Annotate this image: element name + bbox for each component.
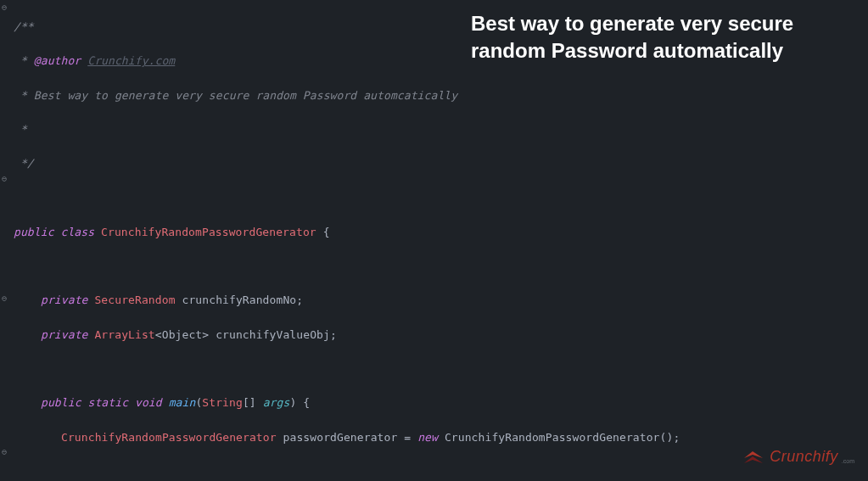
type: String xyxy=(202,396,243,409)
keyword: private xyxy=(41,328,88,341)
keyword: public xyxy=(14,226,54,238)
editor-gutter: ⊖ ⊖ ⊖ ⊖ xyxy=(0,0,12,481)
overlay-title: Best way to generate very secure random … xyxy=(471,10,853,65)
type: SecureRandom xyxy=(94,294,175,306)
fold-marker-icon[interactable]: ⊖ xyxy=(2,294,7,303)
keyword: void xyxy=(135,396,162,409)
watermark-suffix: .com xyxy=(842,457,854,469)
method-main: main xyxy=(169,396,196,409)
keyword: class xyxy=(61,226,95,238)
watermark-logo-icon xyxy=(742,450,764,465)
javadoc-tag: @author xyxy=(34,54,81,67)
keyword: static xyxy=(88,396,129,409)
type: Object xyxy=(162,328,203,341)
field: crunchifyRandomNo xyxy=(182,294,297,306)
watermark-text: Crunchify xyxy=(770,445,838,469)
keyword: new xyxy=(417,431,438,444)
param: args xyxy=(263,396,290,409)
variable: passwordGenerator xyxy=(283,431,398,444)
javadoc-author: Crunchify.com xyxy=(87,54,175,67)
watermark: Crunchify .com xyxy=(742,445,854,469)
fold-marker-icon[interactable]: ⊖ xyxy=(2,175,7,183)
field: crunchifyValueObj xyxy=(216,328,330,341)
fold-marker-icon[interactable]: ⊖ xyxy=(2,3,7,12)
type: ArrayList xyxy=(94,328,154,341)
type: CrunchifyRandomPasswordGenerator xyxy=(61,431,277,444)
class-name: CrunchifyRandomPasswordGenerator xyxy=(101,226,316,238)
constructor-call: CrunchifyRandomPasswordGenerator xyxy=(445,431,660,444)
javadoc-desc: Best way to generate very secure random … xyxy=(34,89,457,102)
fold-marker-icon[interactable]: ⊖ xyxy=(2,448,7,456)
keyword: public xyxy=(41,396,81,409)
code-editor[interactable]: /** * @author Crunchify.com * Best way t… xyxy=(14,2,848,481)
keyword: private xyxy=(41,294,88,306)
